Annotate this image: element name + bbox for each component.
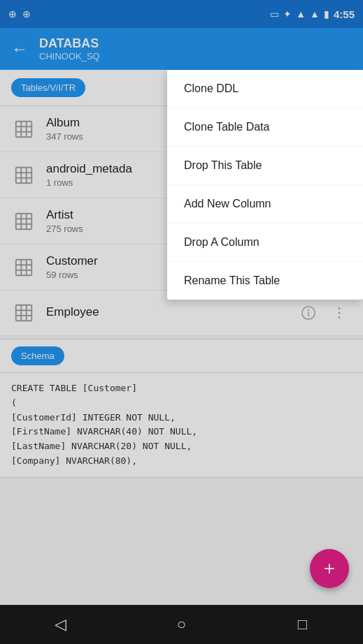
context-menu-item-clone-table-data[interactable]: Clone Table Data bbox=[167, 108, 363, 147]
context-menu-item-drop-table[interactable]: Drop This Table bbox=[167, 147, 363, 185]
context-menu-item-add-column[interactable]: Add New Column bbox=[167, 185, 363, 224]
context-menu-item-drop-column[interactable]: Drop A Column bbox=[167, 224, 363, 262]
context-menu-item-rename-table[interactable]: Rename This Table bbox=[167, 262, 363, 300]
context-overlay[interactable]: Clone DDL Clone Table Data Drop This Tab… bbox=[0, 0, 363, 644]
context-menu-item-clone-ddl[interactable]: Clone DDL bbox=[167, 70, 363, 108]
context-menu: Clone DDL Clone Table Data Drop This Tab… bbox=[167, 70, 363, 300]
